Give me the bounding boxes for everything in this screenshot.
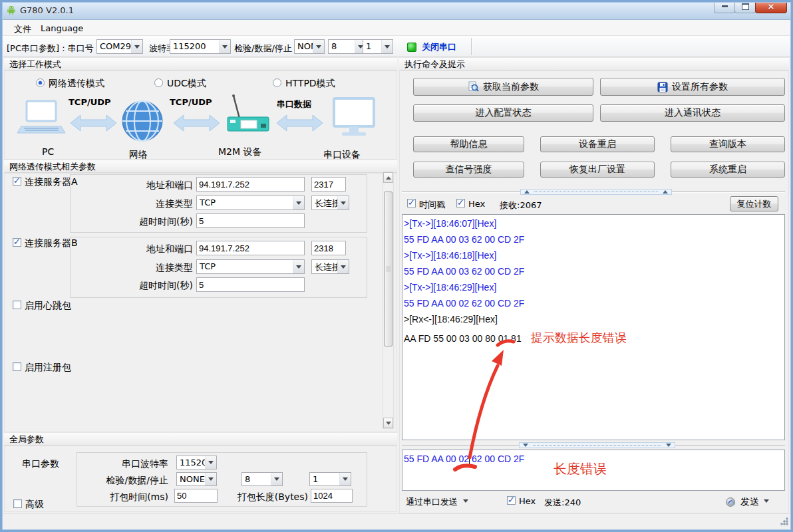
server-b-type-label: 连接类型 xyxy=(100,262,193,274)
chevron-down-icon[interactable] xyxy=(293,260,304,273)
global-stopbits-select[interactable]: 1 xyxy=(309,472,351,486)
pack-time-input[interactable] xyxy=(174,489,218,503)
radio-transparent-mode[interactable] xyxy=(36,78,45,87)
databits-select[interactable]: 8 xyxy=(328,39,367,54)
resize-grip[interactable] xyxy=(780,517,788,525)
parity-select[interactable]: NONI xyxy=(294,39,325,54)
chevron-down-icon[interactable] xyxy=(219,40,230,53)
global-baud-select[interactable]: 115200 xyxy=(176,456,217,469)
menu-language[interactable]: Language xyxy=(37,22,87,35)
net-params-section-header: 网络透传模式相关参数 xyxy=(4,160,397,173)
help-info-button[interactable]: 帮助信息 xyxy=(413,136,524,152)
work-mode-title: 选择工作模式 xyxy=(9,59,61,69)
register-checkbox[interactable] xyxy=(13,362,21,371)
node-label-pc: PC xyxy=(42,146,54,157)
system-restart-button[interactable]: 系统重启 xyxy=(671,162,785,178)
global-databits-select[interactable]: 8 xyxy=(241,472,283,486)
minimize-button[interactable] xyxy=(714,0,735,13)
log-output-area[interactable] xyxy=(402,214,785,440)
set-params-button[interactable]: 设置所有参数 xyxy=(600,78,785,96)
factory-reset-button[interactable]: 恢复出厂设置 xyxy=(540,162,655,178)
scrollbar-thumb[interactable] xyxy=(384,192,393,346)
global-baud-label: 串口波特率 xyxy=(86,458,168,470)
chevron-down-icon[interactable] xyxy=(337,260,349,273)
chevron-down-icon[interactable] xyxy=(131,40,142,53)
query-version-button[interactable]: 查询版本 xyxy=(671,136,785,152)
send-button[interactable]: 发送 xyxy=(722,493,785,511)
app-icon xyxy=(6,5,17,15)
server-b-addr-label: 地址和端口 xyxy=(100,243,193,255)
global-params-title: 全局参数 xyxy=(9,434,44,444)
stopbits-select[interactable]: 1 xyxy=(363,39,393,54)
server-a-addr-input[interactable] xyxy=(196,177,305,192)
log-splitter-handle[interactable] xyxy=(520,189,672,195)
chevron-down-icon[interactable] xyxy=(271,473,282,485)
baud-select[interactable]: 115200 xyxy=(170,39,231,54)
heartbeat-checkbox[interactable] xyxy=(13,301,21,309)
enter-comm-button[interactable]: 进入通讯状态 xyxy=(600,104,785,122)
radio-httpd-mode[interactable] xyxy=(273,78,281,87)
enter-config-button[interactable]: 进入配置状态 xyxy=(413,104,593,122)
log-line: >[Rx<-][18:46:29][Hex] xyxy=(404,314,498,325)
chevron-down-icon[interactable] xyxy=(381,40,393,53)
server-b-conn-type-select[interactable]: TCP xyxy=(196,259,305,274)
get-params-button[interactable]: 获取当前参数 xyxy=(413,78,593,96)
app-window: G780 V2.0.1 × 文件 Language [PC串口参数] : 串口号… xyxy=(0,0,793,532)
send-splitter-handle[interactable] xyxy=(519,442,675,448)
params-scrollbar[interactable] xyxy=(383,172,394,429)
close-port-button[interactable]: 关闭串口 xyxy=(403,39,467,56)
get-params-label: 获取当前参数 xyxy=(483,81,539,93)
com-port-select[interactable]: COM29 xyxy=(96,39,143,54)
send-via-label: 通过串口发送 xyxy=(406,496,458,508)
send-hex-checkbox[interactable] xyxy=(507,496,516,505)
recv-counter: 接收:2067 xyxy=(500,200,542,211)
server-b-keep-type-select[interactable]: 长连接 xyxy=(311,259,349,274)
server-b-timeout-input[interactable] xyxy=(196,277,305,292)
server-a-conn-type-select[interactable]: TCP xyxy=(196,196,305,210)
save-icon xyxy=(657,82,668,92)
scroll-down-icon[interactable] xyxy=(383,418,393,428)
chevron-down-icon[interactable] xyxy=(205,473,216,485)
chevron-down-icon xyxy=(764,499,769,505)
server-b-addr-input[interactable] xyxy=(196,241,305,255)
menu-file[interactable]: 文件 xyxy=(10,22,35,37)
server-b-port-input[interactable] xyxy=(311,241,346,255)
global-parity-select[interactable]: NONE xyxy=(176,472,217,486)
title-bar[interactable]: G780 V2.0.1 xyxy=(0,0,793,20)
server-a-checkbox[interactable] xyxy=(13,177,21,186)
collapse-down-icon[interactable] xyxy=(666,444,671,450)
pack-len-input[interactable] xyxy=(311,489,353,503)
maximize-button[interactable] xyxy=(734,0,756,13)
server-a-keep-type-select[interactable]: 长连接 xyxy=(311,196,349,210)
send-via-dropdown[interactable]: 通过串口发送 xyxy=(406,495,479,509)
pack-len-label: 打包长度(Bytes) xyxy=(230,491,308,503)
radio-udc-mode[interactable] xyxy=(154,78,163,87)
length-error-annotation: 提示数据长度错误 xyxy=(531,330,627,346)
close-icon: × xyxy=(768,2,775,11)
chevron-down-icon[interactable] xyxy=(293,196,304,209)
reset-counter-button[interactable]: 复位计数 xyxy=(730,196,778,211)
chevron-down-icon[interactable] xyxy=(313,40,324,53)
device-restart-button[interactable]: 设备重启 xyxy=(540,136,655,152)
close-button[interactable]: × xyxy=(755,0,787,13)
timestamp-label: 时间戳 xyxy=(419,199,445,211)
log-hex-checkbox[interactable] xyxy=(456,199,465,207)
chevron-down-icon[interactable] xyxy=(337,196,349,209)
collapse-up-icon[interactable] xyxy=(524,188,530,194)
chevron-down-icon[interactable] xyxy=(339,473,351,485)
server-a-port-input[interactable] xyxy=(311,177,346,192)
heartbeat-label: 启用心跳包 xyxy=(25,300,71,312)
advanced-checkbox[interactable] xyxy=(13,499,22,508)
collapse-up-icon[interactable] xyxy=(663,188,668,194)
server-a-timeout-input[interactable] xyxy=(196,213,305,228)
send-icon xyxy=(725,497,736,507)
server-b-checkbox[interactable] xyxy=(13,238,21,247)
collapse-down-icon[interactable] xyxy=(523,444,528,450)
scroll-up-icon[interactable] xyxy=(383,172,393,183)
server-b-timeout-label: 超时时间(秒) xyxy=(100,280,193,292)
chevron-down-icon[interactable] xyxy=(205,456,216,469)
server-a-type-label: 连接类型 xyxy=(100,198,193,210)
query-signal-button[interactable]: 查信号强度 xyxy=(413,162,524,178)
log-line: 55 FD AA 00 03 62 00 CD 2F xyxy=(404,234,524,245)
timestamp-checkbox[interactable] xyxy=(407,199,416,207)
